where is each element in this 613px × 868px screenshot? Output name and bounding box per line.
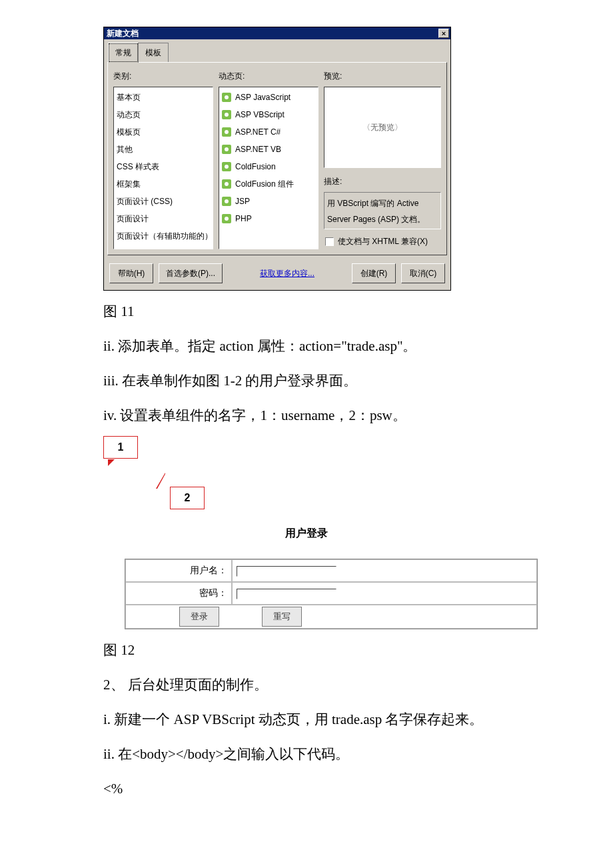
reset-button[interactable]: 重写: [262, 607, 302, 627]
code-line: <%: [103, 775, 510, 803]
password-input[interactable]: [237, 589, 336, 599]
tab-general[interactable]: 常规: [108, 43, 139, 63]
document-icon: [222, 93, 231, 102]
login-form-title: 用户登录: [103, 523, 510, 544]
paragraph: 2、 后台处理页面的制作。: [103, 671, 510, 699]
description-text: 用 VBScript 编写的 Active Server Pages (ASP)…: [324, 192, 441, 229]
close-icon[interactable]: ×: [438, 29, 449, 38]
item-label: ASP JavaScript: [235, 89, 291, 105]
list-item[interactable]: JSP: [221, 193, 316, 210]
checkbox-label: 使文档与 XHTML 兼容(X): [338, 233, 428, 249]
document-icon: [222, 110, 231, 119]
list-item[interactable]: ASP.NET C#: [221, 123, 316, 141]
help-button[interactable]: 帮助(H): [109, 263, 153, 283]
list-item[interactable]: ASP.NET VB: [221, 141, 316, 158]
login-button[interactable]: 登录: [179, 607, 219, 627]
dialog-button-bar: 帮助(H) 首选参数(P)... 获取更多内容... 创建(R) 取消(C): [104, 259, 450, 290]
paragraph: iv. 设置表单组件的名字，1：username，2：psw。: [103, 401, 510, 429]
get-more-link[interactable]: 获取更多内容...: [260, 265, 314, 281]
label-category: 类别:: [113, 68, 213, 84]
checkbox-icon[interactable]: [325, 237, 334, 246]
dynamic-list[interactable]: ASP JavaScript ASP VBScript ASP.NET C# A…: [219, 87, 318, 249]
document-icon: [222, 179, 231, 189]
dialog-body: 类别: 基本页 动态页 模板页 其他 CSS 样式表 框架集 页面设计 (CSS…: [107, 62, 447, 255]
item-label: ASP.NET VB: [235, 141, 281, 157]
table-row: 用户名：: [125, 559, 537, 582]
login-form-table: 用户名： 密码： 登录 重写: [125, 559, 538, 629]
dialog-title: 新建文档: [107, 25, 438, 41]
list-item[interactable]: 框架集: [115, 175, 211, 193]
create-button[interactable]: 创建(R): [352, 263, 396, 283]
document-icon: [222, 162, 231, 171]
tab-template[interactable]: 模板: [138, 43, 169, 62]
figure-caption-11: 图 11: [103, 297, 510, 325]
figure-caption-12: 图 12: [103, 636, 510, 664]
item-label: JSP: [235, 193, 250, 209]
preview-placeholder: 〈无预览〉: [362, 119, 402, 135]
list-item[interactable]: 基本页: [115, 89, 211, 106]
paragraph: iii. 在表单制作如图 1-2 的用户登录界面。: [103, 367, 510, 395]
password-label: 密码：: [125, 582, 232, 605]
item-label: PHP: [235, 211, 252, 227]
item-label: ASP VBScript: [235, 107, 285, 123]
list-item[interactable]: CSS 样式表: [115, 158, 211, 175]
item-label: ColdFusion 组件: [235, 176, 294, 192]
document-icon: [222, 214, 231, 223]
tab-strip: 常规 模板: [104, 39, 450, 62]
list-item[interactable]: ColdFusion: [221, 158, 316, 175]
xhtml-checkbox-row[interactable]: 使文档与 XHTML 兼容(X): [324, 229, 441, 249]
label-preview: 预览:: [324, 68, 441, 84]
list-item[interactable]: 页面设计: [115, 210, 211, 227]
list-item[interactable]: 模板页: [115, 123, 211, 141]
document-icon: [222, 197, 231, 206]
username-label: 用户名：: [125, 559, 232, 582]
titlebar[interactable]: 新建文档 ×: [104, 27, 450, 39]
list-item[interactable]: PHP: [221, 210, 316, 227]
item-label: ColdFusion: [235, 159, 276, 175]
list-item[interactable]: 页面设计（有辅助功能的）: [115, 227, 211, 245]
list-item[interactable]: ASP VBScript: [221, 106, 316, 123]
preferences-button[interactable]: 首选参数(P)...: [159, 263, 223, 283]
list-item[interactable]: ASP JavaScript: [221, 89, 316, 106]
item-label: ASP.NET C#: [235, 124, 281, 140]
preview-pane: 〈无预览〉: [324, 87, 441, 168]
table-row: 密码：: [125, 582, 537, 605]
document-icon: [222, 145, 231, 154]
callout-labels: 1 2: [103, 436, 510, 516]
callout-1: 1: [103, 436, 138, 459]
callout-2: 2: [170, 487, 205, 509]
paragraph: ii. 在<body></body>之间输入以下代码。: [103, 740, 510, 768]
label-description: 描述:: [324, 173, 441, 189]
list-item[interactable]: 其他: [115, 141, 211, 158]
label-dynamic: 动态页:: [219, 68, 318, 84]
paragraph: i. 新建一个 ASP VBScript 动态页，用 trade.asp 名字保…: [103, 705, 510, 733]
new-document-dialog: 新建文档 × 常规 模板 类别: 基本页 动态页 模板页 其他 CSS 样式表 …: [103, 27, 451, 291]
category-list[interactable]: 基本页 动态页 模板页 其他 CSS 样式表 框架集 页面设计 (CSS) 页面…: [113, 87, 213, 249]
table-row: 登录 重写: [125, 605, 537, 629]
list-item[interactable]: 动态页: [115, 106, 211, 123]
username-input[interactable]: [237, 566, 336, 577]
list-item[interactable]: 页面设计 (CSS): [115, 193, 211, 210]
paragraph: ii. 添加表单。指定 action 属性：action="trade.asp"…: [103, 332, 510, 360]
list-item[interactable]: ColdFusion 组件: [221, 175, 316, 193]
cancel-button[interactable]: 取消(C): [401, 263, 445, 283]
document-icon: [222, 127, 231, 137]
